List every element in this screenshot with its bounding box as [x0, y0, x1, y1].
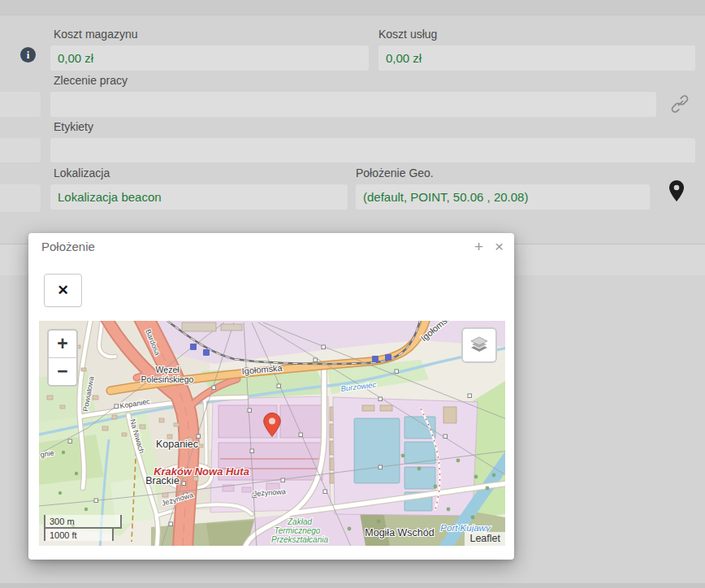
map-label: Mogiła Wschód — [365, 527, 434, 538]
koszt-magazynu-field[interactable]: 0,00 zł — [50, 45, 369, 71]
link-icon[interactable] — [671, 95, 689, 113]
layers-control[interactable] — [461, 327, 497, 363]
clear-marker-button[interactable]: ✕ — [44, 274, 82, 307]
cutoff-field[interactable] — [0, 138, 41, 162]
map-label: Termicznego — [275, 526, 321, 535]
top-strip — [0, 0, 705, 15]
scale-imperial: 1000 ft — [44, 527, 114, 541]
polozenie-geo-label: Położenie Geo. — [356, 166, 434, 180]
polozenie-geo-value: (default, POINT, 50.06 , 20.08) — [363, 190, 528, 204]
map-label: Przekształcania — [271, 535, 328, 544]
scale-control: 300 m 1000 ft — [44, 515, 122, 541]
map-pin-icon[interactable] — [668, 180, 685, 202]
map-label: Węzeł — [155, 365, 179, 374]
etykiety-field[interactable] — [50, 138, 695, 162]
map-label: Zakład — [287, 517, 312, 526]
koszt-magazynu-value: 0,00 zł — [58, 51, 93, 65]
lokalizacja-value: Lokalizacja beacon — [58, 190, 162, 204]
polozenie-geo-field[interactable]: (default, POINT, 50.06 , 20.08) — [356, 184, 650, 210]
map-attribution[interactable]: Leaflet — [465, 532, 505, 546]
cutoff-field[interactable] — [0, 92, 41, 117]
koszt-uslug-value: 0,00 zł — [386, 51, 422, 65]
info-icon[interactable]: i — [20, 47, 36, 63]
zoom-in-button[interactable]: + — [49, 331, 76, 358]
bottom-strip — [0, 583, 705, 588]
map-canvas[interactable]: BardosaPowiatowaKopaniecNa NiwachWęzełPo… — [39, 321, 505, 546]
dialog-title: Położenie — [41, 240, 95, 253]
close-icon[interactable]: × — [495, 239, 504, 254]
map-marker[interactable] — [263, 413, 281, 437]
koszt-uslug-field[interactable]: 0,00 zł — [378, 45, 695, 71]
layers-icon — [469, 335, 490, 356]
etykiety-label: Etykiety — [54, 120, 93, 134]
cutoff-field[interactable] — [0, 184, 41, 212]
lokalizacja-field[interactable]: Lokalizacja beacon — [50, 184, 348, 210]
clear-marker-glyph: ✕ — [57, 282, 68, 299]
zoom-out-button[interactable]: − — [49, 358, 76, 385]
koszt-uslug-label: Koszt usług — [378, 28, 437, 41]
map-label: Brackie — [145, 475, 179, 486]
zlecenie-pracy-field[interactable] — [50, 92, 656, 117]
polozenie-dialog: Położenie + × ✕ — [28, 233, 514, 560]
info-icon-glyph: i — [27, 50, 30, 60]
zoom-control: + − — [47, 329, 78, 387]
koszt-magazynu-label: Koszt magazynu — [54, 28, 138, 41]
lokalizacja-label: Lokalizacja — [54, 166, 110, 180]
map-label: Polesińskiego — [141, 374, 194, 384]
maximize-icon[interactable]: + — [474, 239, 483, 254]
map-label: Kopaniec — [156, 439, 198, 450]
zlecenie-pracy-label: Zlecenie pracy — [54, 74, 128, 88]
